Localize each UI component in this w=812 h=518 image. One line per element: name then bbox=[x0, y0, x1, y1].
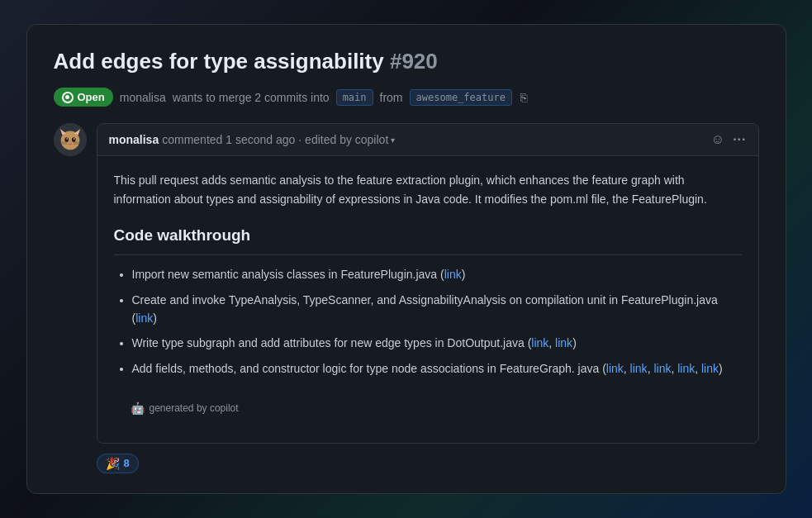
comment-section: monalisa commented 1 second ago · edited… bbox=[54, 123, 759, 444]
copy-branch-icon[interactable]: ⎘ bbox=[520, 91, 527, 104]
author-link[interactable]: monalisa bbox=[120, 91, 166, 104]
copilot-footer: 🤖 generated by copilot bbox=[114, 391, 742, 427]
svg-point-7 bbox=[71, 137, 75, 142]
list-item: Import new semantic analysis classes in … bbox=[132, 265, 742, 283]
link-1[interactable]: link bbox=[444, 268, 462, 281]
open-badge: Open bbox=[54, 88, 113, 107]
pr-action-text: wants to merge 2 commits into bbox=[173, 91, 330, 104]
comment-body: monalisa commented 1 second ago · edited… bbox=[97, 123, 759, 444]
link-4c[interactable]: link bbox=[653, 362, 671, 375]
edited-by-text: · edited by copilot bbox=[298, 133, 388, 146]
open-badge-label: Open bbox=[78, 91, 105, 103]
reaction-button-party[interactable]: 🎉 8 bbox=[97, 454, 139, 473]
comment-content: This pull request adds semantic analysis… bbox=[97, 156, 758, 443]
svg-point-10 bbox=[69, 142, 71, 144]
link-4a[interactable]: link bbox=[606, 362, 624, 375]
copilot-icon: 🤖 bbox=[131, 399, 145, 417]
pr-number: #920 bbox=[390, 49, 438, 74]
comment-header: monalisa commented 1 second ago · edited… bbox=[97, 124, 758, 156]
link-4b[interactable]: link bbox=[630, 362, 648, 375]
link-3a[interactable]: link bbox=[531, 336, 548, 349]
comment-author[interactable]: monalisa bbox=[109, 133, 159, 146]
edited-badge: · edited by copilot ▾ bbox=[298, 133, 395, 146]
dropdown-arrow-icon[interactable]: ▾ bbox=[391, 135, 395, 145]
comment-header-right: ☺ ··· bbox=[711, 132, 747, 147]
svg-point-9 bbox=[73, 138, 74, 140]
svg-point-8 bbox=[66, 138, 68, 140]
pr-container: Add edges for type assignability #920 Op… bbox=[26, 24, 786, 493]
comment-paragraph: This pull request adds semantic analysis… bbox=[114, 171, 742, 208]
pr-author: monalisa bbox=[120, 91, 166, 104]
list-item: Create and invoke TypeAnalysis, TypeScan… bbox=[132, 291, 742, 328]
link-4d[interactable]: link bbox=[677, 362, 695, 375]
walkthrough-list: Import new semantic analysis classes in … bbox=[114, 265, 742, 378]
walkthrough-heading: Code walkthrough bbox=[114, 223, 742, 255]
link-4e[interactable]: link bbox=[701, 362, 719, 375]
more-options-button[interactable]: ··· bbox=[733, 132, 746, 147]
pr-title-text: Add edges for type assignability bbox=[54, 49, 384, 74]
svg-point-6 bbox=[64, 137, 69, 142]
list-item: Write type subgraph and add attributes f… bbox=[132, 334, 742, 352]
link-2[interactable]: link bbox=[135, 311, 153, 325]
open-icon bbox=[62, 92, 74, 103]
reaction-emoji: 🎉 bbox=[106, 457, 120, 470]
pr-meta: Open monalisa wants to merge 2 commits i… bbox=[54, 88, 759, 107]
base-branch-tag[interactable]: main bbox=[336, 89, 373, 106]
comment-header-left: monalisa commented 1 second ago · edited… bbox=[109, 133, 396, 146]
pr-title: Add edges for type assignability #920 bbox=[54, 48, 759, 76]
link-3b[interactable]: link bbox=[555, 336, 572, 349]
copilot-footer-text: generated by copilot bbox=[150, 401, 239, 416]
comment-time: commented 1 second ago bbox=[162, 133, 295, 146]
from-text: from bbox=[380, 91, 403, 104]
head-branch-tag[interactable]: awesome_feature bbox=[410, 89, 512, 106]
avatar bbox=[54, 123, 87, 156]
emoji-reaction-button[interactable]: ☺ bbox=[711, 132, 724, 147]
reactions-bar: 🎉 8 bbox=[54, 444, 759, 473]
list-item: Add fields, methods, and constructor log… bbox=[132, 359, 742, 378]
reaction-count: 8 bbox=[124, 457, 130, 469]
